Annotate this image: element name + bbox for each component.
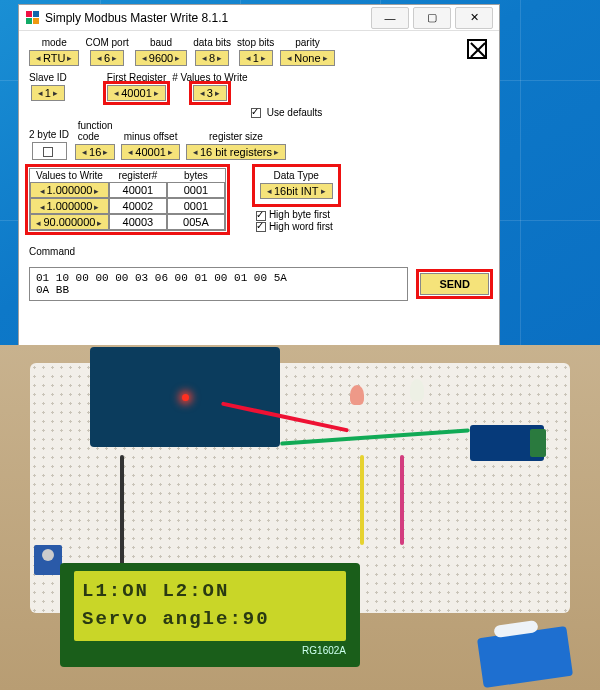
table-row: ◂1.000000▸ 40002 0001 <box>30 198 225 214</box>
led-1 <box>350 385 364 405</box>
wire-yellow <box>360 455 364 545</box>
lcd-module: L1:ON L2:ON Servo angle:90 RG1602A <box>60 563 360 667</box>
wire-black <box>120 455 124 575</box>
first-register-input[interactable]: ◂40001▸ <box>107 85 166 101</box>
value-cell[interactable]: ◂1.000000▸ <box>30 182 109 198</box>
function-code-input[interactable]: ◂16▸ <box>75 144 115 160</box>
values-table: Values to Writeregister#bytes ◂1.000000▸… <box>29 168 226 231</box>
minimize-button[interactable]: — <box>371 7 409 29</box>
stopbits-select[interactable]: ◂1▸ <box>239 50 273 66</box>
send-button[interactable]: SEND <box>420 273 489 295</box>
potentiometer <box>34 545 62 575</box>
comport-select[interactable]: ◂6▸ <box>90 50 124 66</box>
baud-select[interactable]: ◂9600▸ <box>135 50 187 66</box>
close-button[interactable]: ✕ <box>455 7 493 29</box>
maximize-button[interactable]: ▢ <box>413 7 451 29</box>
mode-select[interactable]: ◂RTU▸ <box>29 50 79 66</box>
lcd-line-2: Servo angle:90 <box>82 605 338 633</box>
high-word-checkbox[interactable] <box>256 222 266 232</box>
titlebar: Simply Modbus Master Write 8.1.1 — ▢ ✕ <box>19 5 499 31</box>
datatype-panel: Data Type ◂16bit INT▸ High byte first Hi… <box>256 168 343 232</box>
num-values-input[interactable]: ◂3▸ <box>193 85 227 101</box>
value-cell[interactable]: ◂1.000000▸ <box>30 198 109 214</box>
hardware-photo: L1:ON L2:ON Servo angle:90 RG1602A <box>0 345 600 690</box>
lcd-line-1: L1:ON L2:ON <box>82 577 338 605</box>
lcd-model: RG1602A <box>74 645 346 656</box>
cancel-icon[interactable] <box>467 39 487 59</box>
parity-select[interactable]: ◂None▸ <box>280 50 334 66</box>
command-text[interactable]: 01 10 00 00 00 03 06 00 01 00 01 00 5A 0… <box>29 267 408 301</box>
datatype-select[interactable]: ◂16bit INT▸ <box>260 183 333 199</box>
wire-pink <box>400 455 404 545</box>
slaveid-input[interactable]: ◂1▸ <box>31 85 65 101</box>
command-label: Command <box>29 246 489 257</box>
databits-select[interactable]: ◂8▸ <box>195 50 229 66</box>
rs485-module <box>470 425 544 461</box>
byteid-checkbox[interactable] <box>32 142 67 160</box>
app-window: Simply Modbus Master Write 8.1.1 — ▢ ✕ m… <box>18 4 500 349</box>
table-row: ◂1.000000▸ 40001 0001 <box>30 182 225 198</box>
arduino-led-on <box>182 394 189 401</box>
table-row: ◂90.000000▸ 40003 005A <box>30 214 225 230</box>
use-defaults-checkbox[interactable] <box>251 108 261 118</box>
window-title: Simply Modbus Master Write 8.1.1 <box>45 11 367 25</box>
servo-motor <box>477 626 573 688</box>
register-size-select[interactable]: ◂16 bit registers▸ <box>186 144 286 160</box>
app-icon <box>25 11 39 25</box>
led-2 <box>410 379 424 401</box>
minus-offset-input[interactable]: ◂40001▸ <box>121 144 180 160</box>
value-cell[interactable]: ◂90.000000▸ <box>30 214 109 230</box>
lcd-screen: L1:ON L2:ON Servo angle:90 <box>74 571 346 641</box>
